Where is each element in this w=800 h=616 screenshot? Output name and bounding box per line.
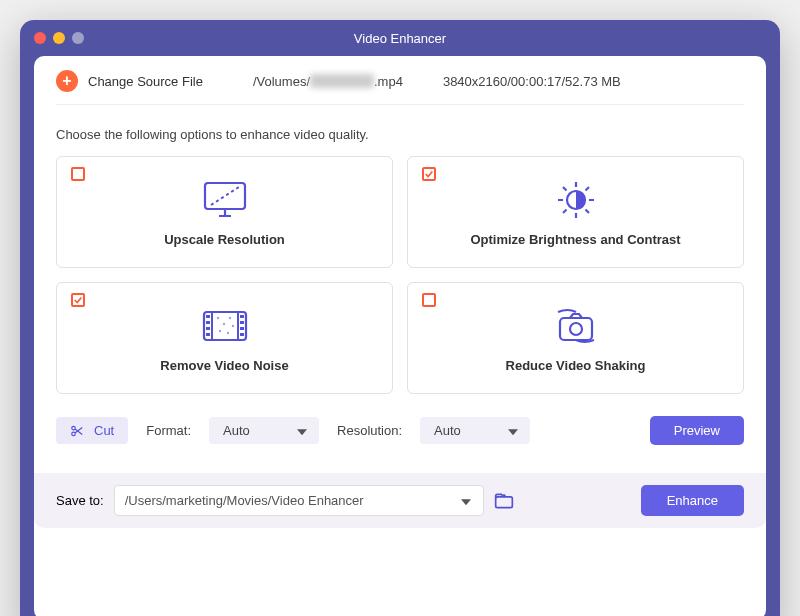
checkbox-brightness[interactable] — [422, 167, 436, 181]
change-source-button[interactable]: Change Source File — [88, 74, 203, 89]
cut-label: Cut — [94, 423, 114, 438]
footer-row: Save to: /Users/marketing/Movies/Video E… — [34, 473, 766, 528]
scissors-icon — [70, 424, 84, 438]
svg-rect-18 — [206, 327, 210, 330]
minimize-window-button[interactable] — [53, 32, 65, 44]
close-window-button[interactable] — [34, 32, 46, 44]
controls-row: Cut Format: Auto Resolution: Auto Previe… — [56, 416, 744, 445]
checkbox-noise[interactable] — [71, 293, 85, 307]
card-title: Optimize Brightness and Contrast — [470, 232, 680, 247]
save-to-label: Save to: — [56, 493, 104, 508]
svg-line-9 — [563, 187, 567, 191]
source-path-prefix: /Volumes/ — [253, 74, 310, 89]
svg-rect-13 — [204, 312, 246, 340]
resolution-select[interactable]: Auto — [420, 417, 530, 444]
enhance-label: Enhance — [667, 493, 718, 508]
svg-point-24 — [216, 316, 218, 318]
maximize-window-button[interactable] — [72, 32, 84, 44]
film-icon — [198, 304, 252, 348]
preview-label: Preview — [674, 423, 720, 438]
svg-rect-22 — [240, 327, 244, 330]
svg-point-27 — [218, 329, 220, 331]
card-title: Upscale Resolution — [164, 232, 285, 247]
save-path-value: /Users/marketing/Movies/Video Enhancer — [125, 493, 364, 508]
main-panel: + Change Source File /Volumes/ .mp4 3840… — [34, 56, 766, 616]
svg-rect-17 — [206, 321, 210, 324]
window-body: + Change Source File /Volumes/ .mp4 3840… — [20, 56, 780, 616]
svg-line-11 — [563, 209, 567, 213]
source-path-suffix: .mp4 — [374, 74, 403, 89]
svg-rect-16 — [206, 315, 210, 318]
card-title: Remove Video Noise — [160, 358, 288, 373]
svg-rect-0 — [205, 183, 245, 209]
resolution-label: Resolution: — [337, 423, 402, 438]
card-title: Reduce Video Shaking — [506, 358, 646, 373]
svg-point-28 — [226, 331, 228, 333]
svg-rect-36 — [495, 496, 512, 507]
svg-rect-23 — [240, 333, 244, 336]
svg-point-26 — [228, 316, 230, 318]
resolution-value: Auto — [434, 423, 461, 438]
svg-rect-21 — [240, 321, 244, 324]
source-meta: 3840x2160/00:00:17/52.73 MB — [443, 74, 621, 89]
option-grid: Upscale Resolution — [56, 156, 744, 394]
instruction-text: Choose the following options to enhance … — [56, 127, 744, 142]
sun-icon — [550, 178, 602, 222]
titlebar: Video Enhancer — [20, 20, 780, 56]
cut-button[interactable]: Cut — [56, 417, 128, 444]
checkbox-shake[interactable] — [422, 293, 436, 307]
svg-rect-30 — [560, 318, 592, 340]
format-label: Format: — [146, 423, 191, 438]
svg-rect-19 — [206, 333, 210, 336]
open-folder-icon[interactable] — [494, 492, 514, 510]
svg-line-10 — [585, 209, 589, 213]
svg-point-29 — [231, 324, 233, 326]
enhance-button[interactable]: Enhance — [641, 485, 744, 516]
traffic-lights — [20, 32, 84, 44]
app-window: Video Enhancer + Change Source File /Vol… — [20, 20, 780, 616]
svg-point-31 — [570, 323, 582, 335]
window-title: Video Enhancer — [20, 31, 780, 46]
card-remove-noise[interactable]: Remove Video Noise — [56, 282, 393, 394]
svg-point-25 — [222, 322, 224, 324]
svg-line-1 — [211, 187, 239, 205]
svg-line-12 — [585, 187, 589, 191]
monitor-icon — [199, 178, 251, 222]
card-upscale-resolution[interactable]: Upscale Resolution — [56, 156, 393, 268]
source-row: + Change Source File /Volumes/ .mp4 3840… — [56, 70, 744, 105]
card-brightness-contrast[interactable]: Optimize Brightness and Contrast — [407, 156, 744, 268]
format-select[interactable]: Auto — [209, 417, 319, 444]
preview-button[interactable]: Preview — [650, 416, 744, 445]
format-value: Auto — [223, 423, 250, 438]
camera-shake-icon — [548, 304, 604, 348]
svg-rect-20 — [240, 315, 244, 318]
checkbox-upscale[interactable] — [71, 167, 85, 181]
source-path: /Volumes/ .mp4 — [253, 74, 403, 89]
save-path-select[interactable]: /Users/marketing/Movies/Video Enhancer — [114, 485, 484, 516]
card-reduce-shaking[interactable]: Reduce Video Shaking — [407, 282, 744, 394]
add-icon[interactable]: + — [56, 70, 78, 92]
source-path-redacted — [310, 74, 374, 88]
